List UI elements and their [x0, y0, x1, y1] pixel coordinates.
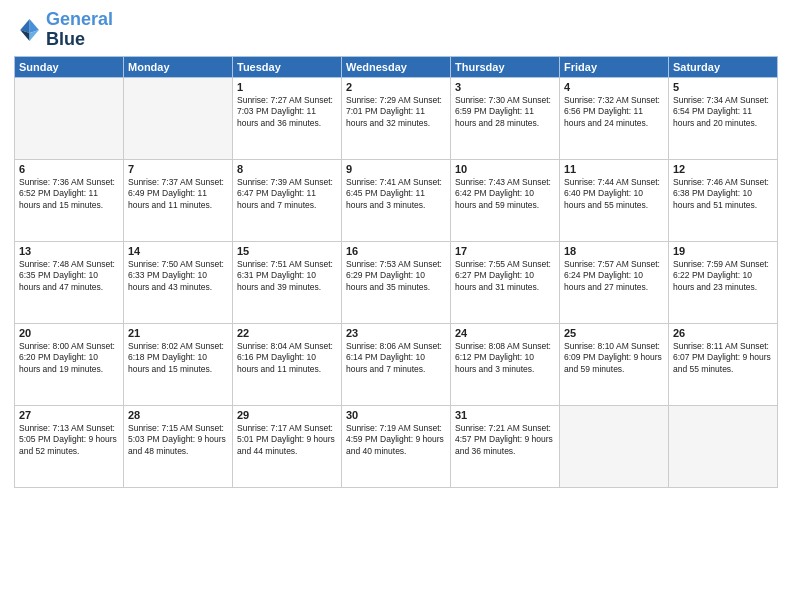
- day-number: 3: [455, 81, 555, 93]
- calendar-week-row: 13Sunrise: 7:48 AM Sunset: 6:35 PM Dayli…: [15, 241, 778, 323]
- day-number: 10: [455, 163, 555, 175]
- weekday-header: Friday: [560, 56, 669, 77]
- day-info: Sunrise: 8:06 AM Sunset: 6:14 PM Dayligh…: [346, 341, 446, 375]
- logo-text: General Blue: [46, 10, 113, 50]
- calendar-cell: [560, 405, 669, 487]
- weekday-header: Thursday: [451, 56, 560, 77]
- day-info: Sunrise: 7:32 AM Sunset: 6:56 PM Dayligh…: [564, 95, 664, 129]
- calendar-cell: 31Sunrise: 7:21 AM Sunset: 4:57 PM Dayli…: [451, 405, 560, 487]
- calendar-week-row: 1Sunrise: 7:27 AM Sunset: 7:03 PM Daylig…: [15, 77, 778, 159]
- calendar-header-row: SundayMondayTuesdayWednesdayThursdayFrid…: [15, 56, 778, 77]
- day-info: Sunrise: 7:15 AM Sunset: 5:03 PM Dayligh…: [128, 423, 228, 457]
- calendar-week-row: 6Sunrise: 7:36 AM Sunset: 6:52 PM Daylig…: [15, 159, 778, 241]
- page: General Blue SundayMondayTuesdayWednesda…: [0, 0, 792, 612]
- logo: General Blue: [14, 10, 113, 50]
- day-info: Sunrise: 7:27 AM Sunset: 7:03 PM Dayligh…: [237, 95, 337, 129]
- calendar-cell: 20Sunrise: 8:00 AM Sunset: 6:20 PM Dayli…: [15, 323, 124, 405]
- day-number: 18: [564, 245, 664, 257]
- calendar-cell: 7Sunrise: 7:37 AM Sunset: 6:49 PM Daylig…: [124, 159, 233, 241]
- day-number: 14: [128, 245, 228, 257]
- weekday-header: Sunday: [15, 56, 124, 77]
- day-info: Sunrise: 7:41 AM Sunset: 6:45 PM Dayligh…: [346, 177, 446, 211]
- day-number: 30: [346, 409, 446, 421]
- day-number: 11: [564, 163, 664, 175]
- day-number: 5: [673, 81, 773, 93]
- day-info: Sunrise: 7:34 AM Sunset: 6:54 PM Dayligh…: [673, 95, 773, 129]
- day-number: 9: [346, 163, 446, 175]
- day-number: 15: [237, 245, 337, 257]
- day-info: Sunrise: 7:48 AM Sunset: 6:35 PM Dayligh…: [19, 259, 119, 293]
- day-info: Sunrise: 7:43 AM Sunset: 6:42 PM Dayligh…: [455, 177, 555, 211]
- day-number: 12: [673, 163, 773, 175]
- calendar-cell: 4Sunrise: 7:32 AM Sunset: 6:56 PM Daylig…: [560, 77, 669, 159]
- calendar-table: SundayMondayTuesdayWednesdayThursdayFrid…: [14, 56, 778, 488]
- calendar-cell: 21Sunrise: 8:02 AM Sunset: 6:18 PM Dayli…: [124, 323, 233, 405]
- calendar-cell: 11Sunrise: 7:44 AM Sunset: 6:40 PM Dayli…: [560, 159, 669, 241]
- calendar-cell: 17Sunrise: 7:55 AM Sunset: 6:27 PM Dayli…: [451, 241, 560, 323]
- day-info: Sunrise: 7:29 AM Sunset: 7:01 PM Dayligh…: [346, 95, 446, 129]
- calendar-cell: 8Sunrise: 7:39 AM Sunset: 6:47 PM Daylig…: [233, 159, 342, 241]
- day-number: 17: [455, 245, 555, 257]
- day-number: 22: [237, 327, 337, 339]
- calendar-cell: 27Sunrise: 7:13 AM Sunset: 5:05 PM Dayli…: [15, 405, 124, 487]
- day-number: 23: [346, 327, 446, 339]
- calendar-cell: 2Sunrise: 7:29 AM Sunset: 7:01 PM Daylig…: [342, 77, 451, 159]
- day-info: Sunrise: 7:59 AM Sunset: 6:22 PM Dayligh…: [673, 259, 773, 293]
- weekday-header: Wednesday: [342, 56, 451, 77]
- day-number: 29: [237, 409, 337, 421]
- weekday-header: Monday: [124, 56, 233, 77]
- day-info: Sunrise: 7:51 AM Sunset: 6:31 PM Dayligh…: [237, 259, 337, 293]
- calendar-week-row: 27Sunrise: 7:13 AM Sunset: 5:05 PM Dayli…: [15, 405, 778, 487]
- day-info: Sunrise: 8:00 AM Sunset: 6:20 PM Dayligh…: [19, 341, 119, 375]
- header: General Blue: [14, 10, 778, 50]
- calendar-cell: 26Sunrise: 8:11 AM Sunset: 6:07 PM Dayli…: [669, 323, 778, 405]
- calendar-cell: [15, 77, 124, 159]
- calendar-cell: 24Sunrise: 8:08 AM Sunset: 6:12 PM Dayli…: [451, 323, 560, 405]
- day-number: 8: [237, 163, 337, 175]
- day-info: Sunrise: 7:13 AM Sunset: 5:05 PM Dayligh…: [19, 423, 119, 457]
- day-info: Sunrise: 8:04 AM Sunset: 6:16 PM Dayligh…: [237, 341, 337, 375]
- calendar-cell: 5Sunrise: 7:34 AM Sunset: 6:54 PM Daylig…: [669, 77, 778, 159]
- calendar-cell: [124, 77, 233, 159]
- calendar-cell: 30Sunrise: 7:19 AM Sunset: 4:59 PM Dayli…: [342, 405, 451, 487]
- day-info: Sunrise: 8:11 AM Sunset: 6:07 PM Dayligh…: [673, 341, 773, 375]
- day-info: Sunrise: 7:30 AM Sunset: 6:59 PM Dayligh…: [455, 95, 555, 129]
- calendar-cell: 22Sunrise: 8:04 AM Sunset: 6:16 PM Dayli…: [233, 323, 342, 405]
- day-info: Sunrise: 8:02 AM Sunset: 6:18 PM Dayligh…: [128, 341, 228, 375]
- calendar-cell: 14Sunrise: 7:50 AM Sunset: 6:33 PM Dayli…: [124, 241, 233, 323]
- day-number: 19: [673, 245, 773, 257]
- day-number: 4: [564, 81, 664, 93]
- day-number: 21: [128, 327, 228, 339]
- day-info: Sunrise: 7:53 AM Sunset: 6:29 PM Dayligh…: [346, 259, 446, 293]
- calendar-cell: 3Sunrise: 7:30 AM Sunset: 6:59 PM Daylig…: [451, 77, 560, 159]
- day-number: 24: [455, 327, 555, 339]
- weekday-header: Tuesday: [233, 56, 342, 77]
- calendar-cell: 1Sunrise: 7:27 AM Sunset: 7:03 PM Daylig…: [233, 77, 342, 159]
- calendar-cell: 15Sunrise: 7:51 AM Sunset: 6:31 PM Dayli…: [233, 241, 342, 323]
- day-info: Sunrise: 7:36 AM Sunset: 6:52 PM Dayligh…: [19, 177, 119, 211]
- day-info: Sunrise: 7:39 AM Sunset: 6:47 PM Dayligh…: [237, 177, 337, 211]
- day-number: 16: [346, 245, 446, 257]
- logo-icon: [14, 16, 42, 44]
- day-info: Sunrise: 7:19 AM Sunset: 4:59 PM Dayligh…: [346, 423, 446, 457]
- calendar-cell: 16Sunrise: 7:53 AM Sunset: 6:29 PM Dayli…: [342, 241, 451, 323]
- calendar-cell: 13Sunrise: 7:48 AM Sunset: 6:35 PM Dayli…: [15, 241, 124, 323]
- day-number: 26: [673, 327, 773, 339]
- calendar-cell: 12Sunrise: 7:46 AM Sunset: 6:38 PM Dayli…: [669, 159, 778, 241]
- calendar-cell: [669, 405, 778, 487]
- weekday-header: Saturday: [669, 56, 778, 77]
- day-number: 6: [19, 163, 119, 175]
- day-info: Sunrise: 7:50 AM Sunset: 6:33 PM Dayligh…: [128, 259, 228, 293]
- calendar-cell: 18Sunrise: 7:57 AM Sunset: 6:24 PM Dayli…: [560, 241, 669, 323]
- calendar-cell: 6Sunrise: 7:36 AM Sunset: 6:52 PM Daylig…: [15, 159, 124, 241]
- day-info: Sunrise: 8:08 AM Sunset: 6:12 PM Dayligh…: [455, 341, 555, 375]
- calendar-cell: 29Sunrise: 7:17 AM Sunset: 5:01 PM Dayli…: [233, 405, 342, 487]
- calendar-cell: 9Sunrise: 7:41 AM Sunset: 6:45 PM Daylig…: [342, 159, 451, 241]
- day-info: Sunrise: 7:37 AM Sunset: 6:49 PM Dayligh…: [128, 177, 228, 211]
- day-number: 28: [128, 409, 228, 421]
- day-number: 25: [564, 327, 664, 339]
- calendar-cell: 10Sunrise: 7:43 AM Sunset: 6:42 PM Dayli…: [451, 159, 560, 241]
- day-info: Sunrise: 7:55 AM Sunset: 6:27 PM Dayligh…: [455, 259, 555, 293]
- day-number: 31: [455, 409, 555, 421]
- day-info: Sunrise: 7:44 AM Sunset: 6:40 PM Dayligh…: [564, 177, 664, 211]
